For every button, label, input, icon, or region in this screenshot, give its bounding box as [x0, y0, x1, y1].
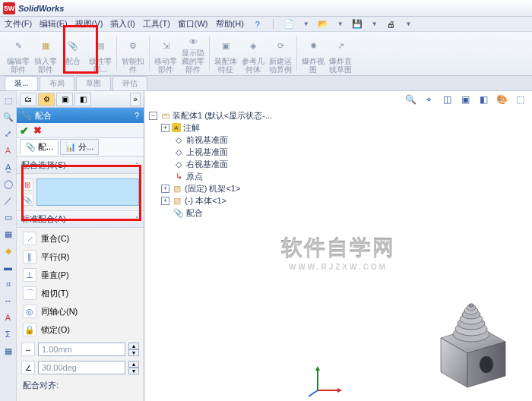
mate-parallel[interactable]: ∥平行(R) — [17, 248, 144, 266]
select-icon[interactable]: ⬚ — [2, 94, 14, 106]
save-icon[interactable]: 💾 — [351, 18, 363, 30]
spin-up[interactable]: ▲ — [128, 343, 139, 349]
fm-tab-config[interactable]: ▣ — [56, 93, 73, 106]
section-mate-selection[interactable]: 配合选择(S)˄ — [17, 156, 144, 174]
mate-perpendicular[interactable]: ⊥垂直(P) — [17, 266, 144, 284]
dimension-icon[interactable]: ↔ — [2, 295, 14, 307]
box-icon[interactable]: ▭ — [2, 211, 14, 223]
subtab-analyze[interactable]: 📊分... — [60, 139, 99, 155]
spin-down[interactable]: ▼ — [128, 368, 139, 374]
fill-icon[interactable]: ▬ — [2, 261, 14, 273]
new-motion-button[interactable]: ⟳新建运 动算例 — [267, 33, 294, 74]
font-icon[interactable]: A — [2, 311, 14, 324]
dropdown-icon[interactable]: ▼ — [303, 21, 309, 27]
tree-right-plane[interactable]: 右视基准面 — [186, 159, 228, 170]
view-triad[interactable] — [307, 362, 344, 398]
menu-help[interactable]: 帮助(H) — [216, 18, 244, 30]
pm-header: 📎配合 ? — [17, 108, 144, 123]
dropdown-icon[interactable]: ▼ — [406, 21, 412, 27]
zoom-fit-icon[interactable]: 🔍 — [403, 93, 418, 106]
move-component-button[interactable]: ⇲移动零 部件 — [152, 33, 179, 74]
note-icon[interactable]: A̲ — [2, 161, 14, 173]
spin-up[interactable]: ▲ — [128, 361, 139, 368]
multi-mate-icon[interactable]: 📎 — [21, 194, 33, 206]
spin-down[interactable]: ▼ — [128, 349, 139, 356]
explode-view-button[interactable]: ✸爆炸视 图 — [299, 33, 327, 74]
line-icon[interactable]: ／ — [2, 194, 14, 207]
tree-expand[interactable]: + — [161, 124, 169, 132]
tree-part1[interactable]: (固定) 机架<1> — [185, 183, 240, 194]
menu-window[interactable]: 窗口(W) — [178, 18, 208, 30]
fm-tab-property[interactable]: ⚙ — [38, 93, 55, 106]
new-doc-icon[interactable]: 📄 — [283, 18, 295, 30]
tree-expand[interactable]: + — [161, 185, 169, 193]
assembly-feature-button[interactable]: ▣装配体 特征 — [212, 33, 239, 74]
scene-icon[interactable]: 🎨 — [494, 93, 509, 106]
crop-icon[interactable]: ⌗ — [2, 278, 14, 290]
section-icon[interactable]: ◧ — [476, 93, 491, 106]
appearance-icon[interactable]: ⬚ — [512, 93, 527, 106]
expand-icon[interactable]: ⤢ — [2, 128, 14, 140]
linear-component-button[interactable]: ▤线性零 部... — [87, 33, 114, 74]
mate-coincident[interactable]: ⟋重合(C) — [17, 229, 144, 248]
tree-top-plane[interactable]: 上视基准面 — [186, 147, 228, 158]
tree-collapse[interactable]: − — [149, 112, 157, 120]
open-icon[interactable]: 📂 — [317, 18, 329, 30]
cancel-button[interactable]: ✖ — [33, 125, 42, 136]
angle-field[interactable]: 30.00deg — [38, 361, 125, 374]
reference-geometry-button[interactable]: ◈参考几 何体 — [239, 33, 267, 74]
highlight-icon[interactable]: ◆ — [2, 245, 14, 257]
tree-root[interactable]: 装配体1 (默认<显示状态-... — [173, 110, 272, 122]
tangent-icon: ⌒ — [23, 286, 36, 300]
show-hide-button[interactable]: 👁显示隐 藏的零 部件 — [179, 33, 207, 74]
print-icon[interactable]: 🖨 — [385, 18, 397, 30]
zoom-area-icon[interactable]: ⌖ — [421, 93, 436, 106]
selection-field[interactable] — [36, 178, 139, 206]
help-icon[interactable]: ? — [135, 111, 139, 120]
mate-lock[interactable]: 🔒锁定(O) — [17, 320, 144, 339]
fm-tab-expand[interactable]: » — [130, 93, 141, 106]
distance-field[interactable]: 1.00mm — [38, 343, 125, 356]
smart-fastener-button[interactable]: ⚙智能扣 件 — [119, 33, 147, 74]
explode-line-button[interactable]: ↗爆炸直 线草图 — [327, 33, 354, 74]
view-orientation-icon[interactable]: ◫ — [439, 93, 454, 106]
dropdown-icon[interactable]: ▼ — [337, 21, 344, 27]
menu-tools[interactable]: 工具(T) — [143, 18, 170, 30]
mate-concentric[interactable]: ◎同轴心(N) — [17, 302, 144, 320]
text-tool-icon[interactable]: A — [2, 144, 14, 156]
tree-origin[interactable]: 原点 — [186, 171, 203, 182]
tab-layout[interactable]: 布局 — [40, 76, 74, 90]
help-icon[interactable]: ? — [252, 18, 264, 30]
tree-expand[interactable]: + — [161, 197, 169, 205]
tab-evaluate[interactable]: 评估 — [112, 76, 147, 90]
fm-tab-display[interactable]: ◧ — [74, 93, 91, 106]
fm-tab-feature[interactable]: 🗂 — [20, 93, 36, 106]
menu-view[interactable]: 视图(V) — [75, 18, 103, 30]
section-standard-mates[interactable]: 标准配合(A)˄ — [17, 210, 144, 228]
edit-component-button[interactable]: ✎编辑零 部件 — [5, 33, 32, 74]
tab-assembly[interactable]: 装... — [5, 76, 38, 90]
menu-file[interactable]: 文件(F) — [5, 18, 32, 30]
circle-icon[interactable]: ◯ — [2, 178, 14, 190]
tree-annotations[interactable]: 注解 — [183, 122, 200, 134]
style-icon[interactable]: Σ — [2, 328, 14, 340]
dropdown-icon[interactable]: ▼ — [372, 21, 378, 27]
grid-icon[interactable]: ▦ — [2, 345, 14, 357]
mate-button[interactable]: 📎配合 — [59, 33, 87, 74]
graphics-area[interactable]: 🔍 ⌖ ◫ ▣ ◧ 🎨 ⬚ −🗃装配体1 (默认<显示状态-... +A注解 ◇… — [144, 91, 532, 401]
insert-component-button[interactable]: ▦插入零 部件 — [32, 33, 59, 74]
mate-tangent[interactable]: ⌒相切(T) — [17, 284, 144, 302]
tree-part2[interactable]: (-) 本体<1> — [185, 195, 226, 207]
menu-edit[interactable]: 编辑(E) — [40, 18, 68, 30]
entity-icon[interactable]: ⊞ — [21, 178, 33, 191]
magnify-icon[interactable]: 🔍 — [2, 111, 14, 123]
subtab-mate[interactable]: 📎配... — [20, 139, 59, 155]
tree-mates[interactable]: 配合 — [186, 207, 203, 219]
tree-front-plane[interactable]: 前视基准面 — [186, 134, 228, 146]
color-icon[interactable]: ▦ — [2, 228, 14, 240]
display-style-icon[interactable]: ▣ — [458, 93, 473, 106]
pm-title: 配合 — [35, 110, 52, 122]
tab-sketch[interactable]: 草图 — [76, 76, 111, 90]
menu-insert[interactable]: 插入(I) — [110, 18, 135, 30]
ok-button[interactable]: ✔ — [20, 125, 29, 137]
